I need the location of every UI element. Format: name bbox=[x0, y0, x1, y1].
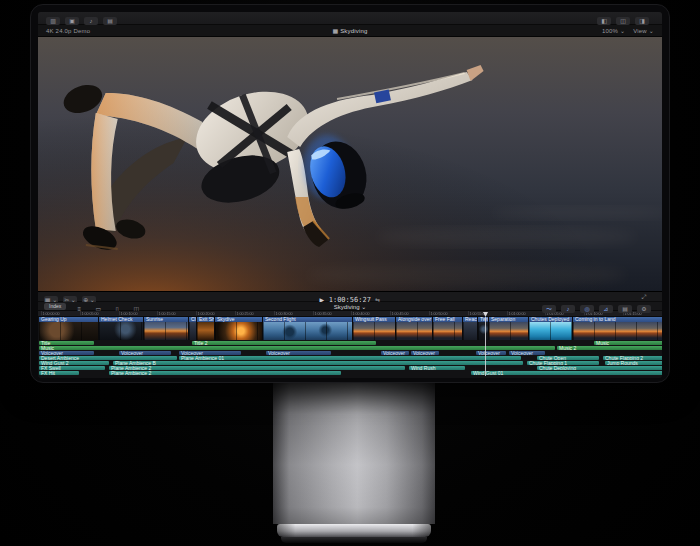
video-clip-thumbnail bbox=[489, 322, 528, 340]
audio-clip[interactable]: Plane Ambience 2 bbox=[109, 371, 341, 375]
zoom-select[interactable]: 100% ⌄ bbox=[602, 27, 625, 34]
playhead[interactable] bbox=[485, 317, 486, 376]
viewer-canvas bbox=[38, 37, 662, 291]
video-clip[interactable]: Wingsuit Pass bbox=[353, 317, 396, 340]
music-icon[interactable]: ♪ bbox=[84, 17, 98, 25]
sidebar-icon[interactable]: ▥ bbox=[46, 17, 60, 25]
viewer-info-bar: 4K 24.0p Demo ▦ Skydiving 100% ⌄ View ⌄ bbox=[38, 25, 662, 37]
video-clip[interactable]: Skydive bbox=[215, 317, 263, 340]
titles-icon[interactable]: ▤ bbox=[103, 17, 117, 25]
skimming-icon[interactable]: 〜 bbox=[542, 305, 556, 313]
monitor-stand-column bbox=[273, 383, 435, 524]
timeline-settings-icon[interactable]: ⚙ bbox=[637, 305, 651, 313]
inspector-toggle-icon[interactable]: ◨ bbox=[635, 17, 649, 25]
video-clip[interactable]: Chutes Deployed bbox=[529, 317, 573, 340]
video-clip-thumbnail bbox=[478, 322, 488, 340]
video-clip-name: Alongside over Sunrise bbox=[396, 317, 432, 322]
video-clip[interactable]: Sunrise bbox=[144, 317, 189, 340]
ruler-timecode-label: 1:00:55:00 bbox=[468, 311, 486, 315]
audio-clip[interactable]: Desert Ambience bbox=[39, 356, 177, 360]
audio-clip[interactable]: Plane Ambience B bbox=[113, 361, 523, 365]
display-monitor: ▥▣♪▤ ◧◫◨ 4K 24.0p Demo ▦ Skydiving 100% … bbox=[30, 4, 670, 383]
video-clip[interactable]: Exit Shot bbox=[197, 317, 215, 340]
audio-clip[interactable]: Wind Gust 01 bbox=[471, 371, 662, 375]
audio-clip[interactable]: Voiceover bbox=[411, 351, 439, 355]
audio-clip[interactable]: Music bbox=[594, 341, 662, 345]
video-clip-thumbnail bbox=[215, 322, 262, 340]
audio-clip[interactable]: Jump Rounds bbox=[605, 361, 662, 365]
video-clip-thumbnail bbox=[396, 322, 432, 340]
audio-clip[interactable]: FX Hit bbox=[39, 371, 79, 375]
video-clip-thumbnail bbox=[433, 322, 462, 340]
timeline-settings-icons: ▤⚙ bbox=[618, 297, 656, 315]
screen: ▥▣♪▤ ◧◫◨ 4K 24.0p Demo ▦ Skydiving 100% … bbox=[38, 12, 662, 378]
video-clip[interactable]: Helmet Check bbox=[99, 317, 144, 340]
video-clip[interactable]: Free Fall bbox=[433, 317, 463, 340]
browser-toggle-icon[interactable]: ◧ bbox=[597, 17, 611, 25]
ruler-timecode-label: 1:00:45:00 bbox=[390, 311, 408, 315]
audio-clip[interactable]: Chute Open bbox=[537, 356, 599, 360]
timeline-subtoolbar: Index ≡▭▯◫ Skydiving ⌄ 〜♪◎⊿ ▤⚙ bbox=[38, 302, 662, 311]
video-clip-thumbnail bbox=[573, 322, 662, 340]
snapping-icon[interactable]: ⊿ bbox=[599, 305, 613, 313]
audio-clip[interactable]: Voiceover bbox=[266, 351, 331, 355]
video-clip-thumbnail bbox=[197, 322, 214, 340]
video-clip-thumbnail bbox=[353, 322, 395, 340]
video-clip-name: Twist bbox=[478, 317, 488, 322]
audio-clip[interactable]: Voiceover bbox=[119, 351, 171, 355]
video-clip[interactable]: Separation bbox=[489, 317, 529, 340]
video-clip[interactable]: Coming in to Land bbox=[573, 317, 662, 340]
timeline-toggle-icon[interactable]: ◫ bbox=[616, 17, 630, 25]
ruler-timecode-label: 1:00:25:00 bbox=[235, 311, 253, 315]
ruler-timecode-label: 1:00:20:00 bbox=[196, 311, 214, 315]
audio-clip[interactable]: Wind Gust 2 bbox=[39, 361, 109, 365]
timeline-tracks: Gearing UpHelmet CheckSunriseClimbExit S… bbox=[38, 317, 662, 378]
video-clip[interactable]: Climb bbox=[189, 317, 197, 340]
audio-clip[interactable]: Voiceover bbox=[179, 351, 241, 355]
video-clip-thumbnail bbox=[99, 322, 143, 340]
video-clip-thumbnail bbox=[263, 322, 352, 340]
audio-clip[interactable]: Voiceover bbox=[39, 351, 94, 355]
project-title: ▦ Skydiving bbox=[38, 27, 662, 34]
ruler-timecode-label: 1:00:05:00 bbox=[80, 311, 98, 315]
video-clip-thumbnail bbox=[529, 322, 572, 340]
audio-clip[interactable]: Chute Flapping 1 bbox=[527, 361, 599, 365]
monitor-stand-shadow bbox=[281, 537, 427, 543]
audio-clip[interactable]: Music 2 bbox=[557, 346, 662, 350]
monitor-stand-foot bbox=[277, 524, 431, 537]
audio-clip[interactable]: Wind Rush bbox=[409, 366, 465, 370]
audio-clip[interactable]: Chute Deploying bbox=[537, 366, 662, 370]
clip-appearance-icon[interactable]: ▤ bbox=[618, 305, 632, 313]
ruler-timecode-label: 1:00:30:00 bbox=[274, 311, 292, 315]
audio-clip[interactable]: Music bbox=[39, 346, 555, 350]
timeline-toggle-icons: 〜♪◎⊿ bbox=[542, 297, 618, 315]
solo-icon[interactable]: ◎ bbox=[580, 305, 594, 313]
audio-clip[interactable]: Chute Flapping 2 bbox=[603, 356, 662, 360]
audio-clip[interactable]: Title 2 bbox=[192, 341, 376, 345]
audio-clip[interactable]: Title bbox=[39, 341, 94, 345]
video-clip[interactable]: Alongside over Sunrise bbox=[396, 317, 433, 340]
video-clip-thumbnail bbox=[144, 322, 188, 340]
video-clip-name: Climb bbox=[189, 317, 196, 322]
ruler-timecode-label: 1:00:00:00 bbox=[41, 311, 59, 315]
video-clip[interactable]: Twist bbox=[478, 317, 489, 340]
video-clip-name: Reaching Out bbox=[463, 317, 477, 322]
audio-clip[interactable]: FX Swell bbox=[39, 366, 105, 370]
audio-clip[interactable]: Plane Ambience 01 bbox=[179, 356, 521, 360]
video-clip[interactable]: Gearing Up bbox=[39, 317, 99, 340]
audio-clip[interactable]: Plane Ambience 2 bbox=[109, 366, 405, 370]
audio-clip[interactable]: Voiceover bbox=[509, 351, 545, 355]
photos-icon[interactable]: ▣ bbox=[65, 17, 79, 25]
video-clip[interactable]: Second Flight bbox=[263, 317, 353, 340]
skydiver-image bbox=[38, 37, 662, 291]
ruler-timecode-label: 1:00:50:00 bbox=[429, 311, 447, 315]
video-clip-name: Exit Shot bbox=[197, 317, 214, 322]
ruler-timecode-label: 1:00:10:00 bbox=[119, 311, 137, 315]
view-select[interactable]: View ⌄ bbox=[633, 27, 654, 34]
audio-skimming-icon[interactable]: ♪ bbox=[561, 305, 575, 313]
slate-icon: ▦ bbox=[332, 28, 338, 34]
video-clip[interactable]: Reaching Out bbox=[463, 317, 478, 340]
video-clip-thumbnail bbox=[189, 322, 196, 340]
audio-clip[interactable]: Voiceover bbox=[476, 351, 506, 355]
audio-clip[interactable]: Voiceover bbox=[381, 351, 409, 355]
